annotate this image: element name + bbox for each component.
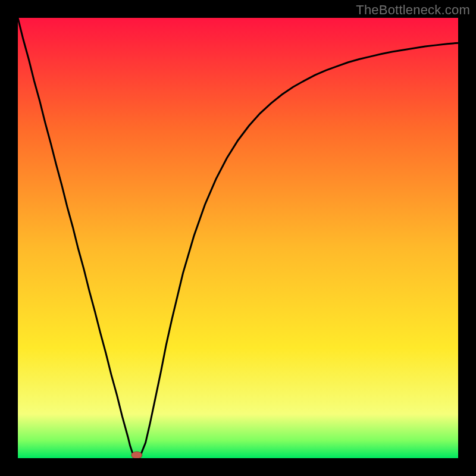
chart-background-gradient	[18, 18, 458, 458]
bottleneck-chart	[18, 18, 458, 458]
attribution-label: TheBottleneck.com	[356, 2, 470, 18]
chart-container: { "attribution": "TheBottleneck.com", "c…	[0, 0, 476, 476]
optimal-point-marker	[131, 452, 142, 458]
